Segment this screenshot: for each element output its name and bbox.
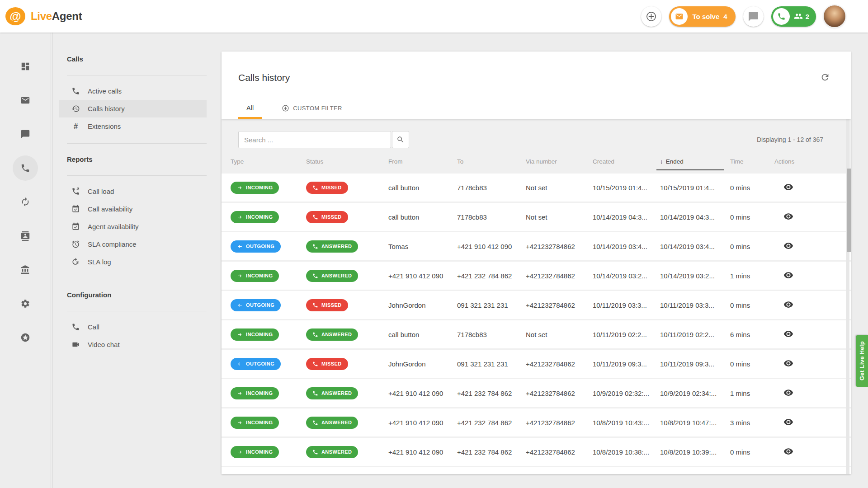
tab-custom-filter[interactable]: CUSTOM FILTER	[274, 104, 350, 119]
rail-item-upgrade[interactable]	[13, 325, 38, 350]
view-call-button[interactable]	[783, 241, 793, 251]
view-call-button[interactable]	[783, 300, 793, 310]
column-header-time[interactable]: Time	[730, 158, 774, 165]
sidebar-item-sla-compliance[interactable]: SLA compliance	[59, 235, 207, 253]
cell-created: 10/8/2019 10:43:...	[593, 419, 660, 427]
scrollbar-thumb[interactable]	[847, 169, 851, 252]
cell-time: 0 mins	[730, 448, 774, 456]
sidebar-item-calls-history[interactable]: Calls history	[59, 100, 207, 117]
badge-label: INCOMING	[246, 449, 273, 455]
rail-item-contacts[interactable]	[13, 223, 38, 249]
search-input[interactable]	[238, 131, 391, 148]
rail-item-dashboard[interactable]	[13, 54, 38, 79]
cell-created: 10/11/2019 09:3...	[593, 360, 660, 368]
column-header-ended[interactable]: ↓Ended	[660, 158, 730, 165]
view-call-button[interactable]	[783, 182, 793, 192]
cell-to: 7178cb83	[457, 184, 526, 192]
sidebar-item-call-load[interactable]: Call load	[59, 183, 207, 200]
refresh-button[interactable]	[819, 71, 831, 84]
rail-item-chats[interactable]	[13, 122, 38, 147]
sidebar-item-agent-availability[interactable]: Agent availability	[59, 218, 207, 235]
search-button[interactable]	[392, 131, 409, 148]
cell-actions	[774, 300, 851, 311]
view-call-button[interactable]	[783, 211, 793, 221]
view-call-button[interactable]	[783, 417, 793, 427]
rail-item-tickets[interactable]	[13, 88, 38, 113]
star-circle-icon	[20, 333, 30, 343]
column-header-actions[interactable]: Actions	[774, 158, 851, 165]
cell-from: JohnGordon	[388, 360, 457, 368]
view-call-button[interactable]	[783, 446, 793, 456]
agents-online-button[interactable]: 2	[771, 6, 816, 27]
cell-created: 10/11/2019 03:3...	[593, 301, 660, 309]
column-header-created[interactable]: Created	[593, 158, 660, 165]
rail-item-automation[interactable]	[13, 189, 38, 215]
cell-type: OUTGOING	[231, 240, 306, 253]
view-call-button[interactable]	[783, 329, 793, 339]
type-badge-incoming: INCOMING	[231, 387, 279, 399]
divider	[67, 279, 207, 279]
table-row: OUTGOINGANSWEREDTomas+421 910 412 090+42…	[222, 232, 851, 260]
badge-label: MISSED	[321, 361, 342, 366]
cell-ended: 10/8/2019 10:47:...	[660, 419, 730, 427]
column-label: Status	[306, 158, 323, 165]
cell-actions	[774, 270, 851, 282]
view-call-button[interactable]	[783, 358, 793, 368]
sidebar-item-call-availability[interactable]: Call availability	[59, 200, 207, 218]
add-button[interactable]	[641, 6, 661, 27]
cell-from: +421 910 412 090	[388, 389, 457, 397]
column-header-from[interactable]: From	[388, 158, 457, 165]
cell-to: +421 232 784 862	[457, 448, 526, 456]
cell-time: 3 mins	[730, 419, 774, 427]
view-call-button[interactable]	[783, 388, 793, 398]
cell-to: +421 232 784 862	[457, 272, 526, 280]
phone-icon	[312, 185, 318, 191]
sidebar-item-active-calls[interactable]: Active calls	[59, 82, 207, 100]
cell-type: INCOMING	[231, 417, 306, 429]
topbar-actions: To solve 4 2	[641, 5, 845, 27]
table-row: INCOMINGANSWEREDcall button7178cb83Not s…	[222, 320, 851, 348]
sidebar-item-call[interactable]: Call	[59, 318, 207, 336]
column-header-type[interactable]: Type	[231, 158, 306, 165]
type-badge-incoming: INCOMING	[231, 270, 279, 282]
user-avatar[interactable]	[824, 5, 845, 27]
rail-item-settings[interactable]	[13, 291, 38, 316]
status-badge-missed: MISSED	[306, 358, 348, 370]
cell-ended: 10/9/2019 02:34:...	[660, 389, 730, 397]
cell-type: INCOMING	[231, 387, 306, 399]
column-label: Type	[231, 158, 244, 165]
cell-via-number: +421232784862	[526, 448, 593, 456]
divider	[67, 143, 207, 144]
refresh-icon	[820, 72, 830, 82]
search-icon	[396, 136, 405, 144]
column-header-via-number[interactable]: Via number	[526, 158, 593, 165]
status-badge-answered: ANSWERED	[306, 240, 358, 253]
status-badge-answered: ANSWERED	[306, 387, 358, 399]
table-row: OUTGOINGMISSEDJohnGordon091 321 231 231+…	[222, 291, 851, 319]
get-live-help-tab[interactable]: Get Live Help	[856, 335, 868, 387]
phone-icon	[312, 390, 318, 396]
topbar: @ LiveAgent To solve 4 2	[0, 0, 868, 33]
nav-section-configuration: ConfigurationCallVideo chat	[53, 290, 207, 361]
nav-list: Call loadCall availabilityAgent availabi…	[53, 176, 207, 279]
tab-all[interactable]: All	[238, 104, 262, 119]
sidebar-nav: CallsActive callsCalls history#Extension…	[52, 33, 207, 488]
sidebar-item-extensions[interactable]: #Extensions	[59, 117, 207, 135]
rail-item-organization[interactable]	[13, 257, 38, 282]
rail-item-calls[interactable]	[13, 155, 38, 181]
badge-label: ANSWERED	[321, 449, 352, 455]
brand-name: LiveAgent	[31, 10, 82, 23]
bank-icon	[20, 265, 30, 275]
arrow-left-icon	[237, 244, 243, 249]
sidebar-item-sla-log[interactable]: SLA log	[59, 253, 207, 271]
phone-icon	[312, 273, 318, 279]
to-solve-button[interactable]: To solve 4	[669, 6, 736, 27]
column-header-to[interactable]: To	[457, 158, 526, 165]
badge-label: MISSED	[321, 302, 342, 308]
logo-bubble-icon: @	[5, 7, 25, 25]
view-call-button[interactable]	[783, 270, 793, 280]
chats-button[interactable]	[743, 6, 764, 27]
sidebar-item-video-chat[interactable]: Video chat	[59, 336, 207, 353]
phone-icon	[312, 244, 318, 249]
column-header-status[interactable]: Status	[306, 158, 388, 165]
